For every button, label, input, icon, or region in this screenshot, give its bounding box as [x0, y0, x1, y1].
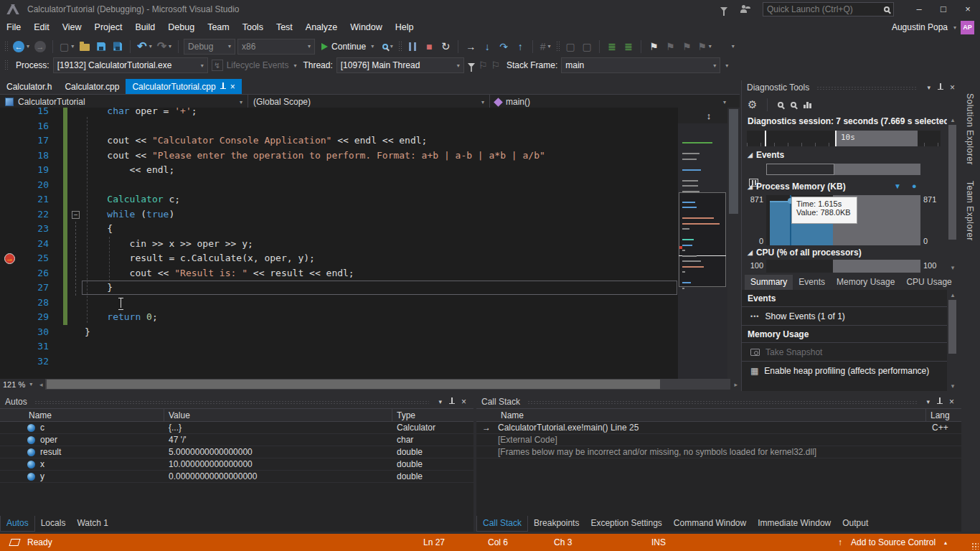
restart-button[interactable]: ↻	[438, 39, 453, 55]
diagnostics-tab-memory-usage[interactable]: Memory Usage	[831, 275, 900, 290]
solution-platforms-combo[interactable]: x86▾	[237, 39, 315, 55]
scroll-right-icon[interactable]: ▸	[732, 381, 740, 388]
document-outline-button[interactable]: ▢	[563, 39, 578, 55]
tool-tab-breakpoints[interactable]: Breakpoints	[528, 516, 585, 531]
code-line-23[interactable]: 23 {	[0, 222, 678, 237]
autos-grid-header[interactable]: NameValueType	[0, 408, 473, 422]
clear-bookmarks-button[interactable]: ⚑▾	[696, 39, 713, 55]
tool-tab-watch-1[interactable]: Watch 1	[71, 516, 114, 531]
call-stack-grid-header[interactable]: NameLang	[476, 408, 961, 422]
show-next-statement-button[interactable]: →	[463, 39, 478, 55]
code-line-22[interactable]: 22 while (true)–	[0, 207, 678, 222]
code-line-27[interactable]: 27 }	[0, 281, 678, 296]
code-line-25[interactable]: 25 result = c.Calculate(x, oper, y);→	[0, 251, 678, 266]
step-out-button[interactable]: ↑	[513, 39, 527, 55]
quick-launch-input[interactable]: Quick Launch (Ctrl+Q)	[763, 2, 894, 17]
enable-heap-profiling-button[interactable]: ▦ Enable heap profiling (affects perform…	[742, 362, 950, 380]
source-control-caret-icon[interactable]: ▴	[944, 540, 947, 546]
close-icon[interactable]: ×	[948, 83, 957, 93]
save-all-button[interactable]	[110, 39, 125, 55]
zoom-in-icon[interactable]	[778, 102, 783, 108]
zoom-level-dropdown[interactable]: 121 %▾	[0, 379, 37, 390]
redo-button[interactable]: ↷▾	[156, 39, 173, 55]
lifecycle-events-icon[interactable]: ↯	[212, 60, 223, 71]
diagnostics-tab-cpu-usage[interactable]: CPU Usage	[900, 275, 957, 290]
undo-button[interactable]: ↶▾	[136, 39, 153, 55]
menu-analyze[interactable]: Analyze	[299, 19, 344, 35]
call-stack-title-bar[interactable]: Call Stack ▾ ×	[476, 395, 961, 408]
code-line-18[interactable]: 18 cout << "Please enter the operation t…	[0, 149, 678, 164]
autos-row-x[interactable]: x10.000000000000000double	[0, 458, 473, 471]
collapse-region-button[interactable]: –	[72, 211, 80, 219]
close-icon[interactable]: ×	[947, 397, 956, 407]
breakpoint-settings-button[interactable]: #▾	[538, 39, 552, 55]
toolbar-drag-handle[interactable]	[398, 41, 402, 52]
tool-tab-immediate-window[interactable]: Immediate Window	[752, 516, 837, 531]
menu-build[interactable]: Build	[128, 19, 161, 35]
lifecycle-events-label[interactable]: Lifecycle Events	[227, 60, 289, 70]
summary-scrollbar[interactable]: ▴ ▾	[947, 290, 958, 391]
tool-tab-output[interactable]: Output	[837, 516, 874, 531]
code-line-32[interactable]: 32	[0, 354, 678, 369]
menu-window[interactable]: Window	[344, 19, 388, 35]
code-line-26[interactable]: 26 cout << "Result is: " << result << en…	[0, 266, 678, 281]
add-to-source-control-button[interactable]: Add to Source Control	[851, 537, 936, 547]
flagged-threads-icon[interactable]: ⚐	[479, 60, 488, 70]
title-bar[interactable]: CalculatorTutorial (Debugging) - Microso…	[0, 0, 980, 18]
autos-row-oper[interactable]: oper47 '/'char	[0, 434, 473, 446]
reset-view-chart-icon[interactable]	[804, 100, 811, 108]
step-over-button[interactable]: ↷	[496, 39, 511, 55]
menu-project[interactable]: Project	[88, 19, 129, 35]
breakpoint-current-statement-icon[interactable]: →	[4, 253, 15, 264]
take-snapshot-button[interactable]: Take Snapshot	[742, 343, 950, 362]
timeline-ruler[interactable]: 10s	[747, 131, 941, 146]
menu-debug[interactable]: Debug	[161, 19, 201, 35]
document-copy-button[interactable]: ▢	[580, 39, 594, 55]
stack-frame-combo[interactable]: main▾	[561, 57, 720, 73]
minimap[interactable]	[678, 123, 727, 379]
vertical-scrollbar[interactable]	[727, 108, 740, 379]
continue-button[interactable]: Continue ▾	[317, 39, 378, 55]
navigate-forward-button[interactable]: →	[33, 39, 47, 55]
tool-tab-exception-settings[interactable]: Exception Settings	[585, 516, 667, 531]
code-line-21[interactable]: 21 Calculator c;	[0, 192, 678, 207]
autos-row-c[interactable]: c{...}Calculator	[0, 422, 473, 434]
horizontal-scrollbar[interactable]	[45, 379, 731, 390]
call-stack-frame[interactable]: →CalculatorTutorial.exe!main() Line 25C+…	[476, 422, 961, 434]
code-line-30[interactable]: 30}	[0, 325, 678, 340]
member-dropdown[interactable]: main() ▾	[490, 95, 731, 109]
column-header-value[interactable]: Value	[169, 410, 190, 420]
code-line-17[interactable]: 17 cout << "Calculator Console Applicati…	[0, 133, 678, 149]
close-icon[interactable]: ×	[459, 397, 468, 407]
column-header-name[interactable]: Name	[29, 410, 52, 420]
document-tab-calculator.cpp[interactable]: Calculator.cpp	[58, 79, 126, 94]
autos-row-result[interactable]: result5.0000000000000000double	[0, 446, 473, 458]
pin-icon[interactable]	[936, 397, 943, 405]
show-events-link[interactable]: ••• Show Events (1 of 1)	[742, 307, 950, 326]
pin-icon[interactable]	[448, 397, 455, 405]
tool-tab-locals[interactable]: Locals	[35, 516, 72, 531]
user-name[interactable]: Augustin Popa	[892, 22, 948, 32]
solution-configurations-combo[interactable]: Debug▾	[184, 39, 235, 55]
avatar[interactable]: AP	[961, 21, 974, 34]
cpu-section-header[interactable]: ◢ CPU (% of all processors)	[748, 248, 862, 258]
document-tab-calculator.h[interactable]: Calculator.h	[0, 79, 58, 94]
break-all-button[interactable]	[405, 39, 420, 55]
diagnostics-tab-summary[interactable]: Summary	[745, 275, 793, 290]
thread-combo[interactable]: [10976] Main Thread▾	[336, 57, 464, 73]
pin-icon[interactable]	[937, 83, 943, 91]
filter-threads-icon[interactable]	[468, 63, 475, 67]
code-line-24[interactable]: 24 cin >> x >> oper >> y;	[0, 237, 678, 252]
sidebar-tab-team-explorer[interactable]: Team Explorer	[965, 181, 975, 241]
code-line-16[interactable]: 16	[0, 119, 678, 134]
navigate-backward-button[interactable]: ←▾	[11, 39, 31, 55]
column-header-name[interactable]: Name	[501, 410, 524, 420]
code-line-20[interactable]: 20	[0, 178, 678, 193]
close-button[interactable]: ×	[956, 0, 980, 18]
menu-test[interactable]: Test	[270, 19, 299, 35]
debugbar-overflow-icon[interactable]: ▾	[725, 62, 728, 69]
cpu-graph[interactable]	[766, 260, 920, 273]
scroll-left-icon[interactable]: ◂	[37, 381, 45, 388]
menu-help[interactable]: Help	[389, 19, 420, 35]
previous-bookmark-button[interactable]: ⚑	[663, 39, 677, 55]
